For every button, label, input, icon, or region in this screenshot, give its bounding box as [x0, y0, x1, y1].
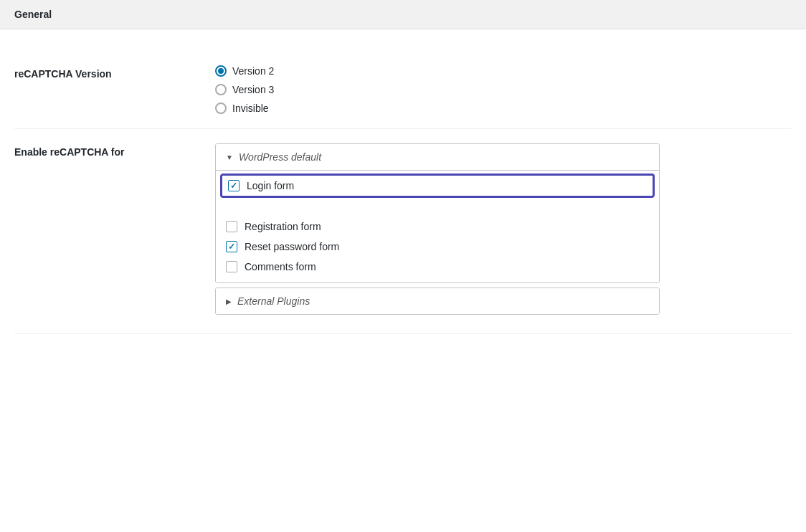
recaptcha-version-control: Version 2 Version 3 Invisible	[215, 65, 792, 114]
enable-recaptcha-label: Enable reCAPTCHA for	[14, 143, 215, 158]
external-plugins-header[interactable]: ▶ External Plugins	[216, 288, 659, 314]
radio-input-invisible	[215, 103, 227, 114]
radio-option-v2[interactable]: Version 2	[215, 65, 792, 77]
settings-table: reCAPTCHA Version Version 2 Version 3 In…	[0, 51, 806, 334]
reset-password-form-checkbox[interactable]	[226, 241, 237, 252]
external-plugins-title: External Plugins	[237, 295, 310, 307]
section-header: General	[0, 0, 806, 29]
radio-label-v3: Version 3	[232, 84, 274, 95]
wordpress-default-section: ▼ WordPress default Login form	[215, 143, 660, 283]
section-title: General	[14, 9, 52, 20]
registration-form-item: Registration form	[226, 221, 649, 232]
radio-option-invisible[interactable]: Invisible	[215, 103, 792, 114]
recaptcha-version-label: reCAPTCHA Version	[14, 65, 215, 80]
registration-form-checkbox[interactable]	[226, 221, 237, 232]
external-plugins-section: ▶ External Plugins	[215, 288, 660, 315]
comments-form-checkbox[interactable]	[226, 261, 237, 272]
radio-label-invisible: Invisible	[232, 103, 269, 114]
wordpress-default-body: Login form Registration form	[216, 171, 659, 282]
spacer1	[226, 206, 649, 212]
chevron-right-icon: ▶	[226, 298, 232, 305]
wordpress-default-title: WordPress default	[239, 151, 321, 163]
chevron-down-icon: ▼	[226, 153, 233, 161]
radio-option-v3[interactable]: Version 3	[215, 84, 792, 95]
login-form-label: Login form	[247, 180, 294, 191]
enable-recaptcha-row: Enable reCAPTCHA for ▼ WordPress default	[14, 129, 792, 334]
wordpress-default-header[interactable]: ▼ WordPress default	[216, 144, 659, 171]
comments-form-item: Comments form	[226, 261, 649, 272]
page-wrapper: General reCAPTCHA Version Version 2 Vers…	[0, 0, 806, 532]
recaptcha-version-row: reCAPTCHA Version Version 2 Version 3 In…	[14, 51, 792, 129]
radio-group: Version 2 Version 3 Invisible	[215, 65, 792, 114]
radio-input-v3	[215, 84, 227, 95]
radio-input-v2	[215, 65, 227, 77]
reset-password-form-item: Reset password form	[226, 241, 649, 252]
radio-label-v2: Version 2	[232, 65, 274, 77]
comments-form-label: Comments form	[245, 261, 316, 272]
login-form-checkbox[interactable]	[228, 180, 240, 191]
reset-password-form-label: Reset password form	[245, 241, 339, 252]
login-form-item: Login form	[220, 174, 655, 198]
registration-form-label: Registration form	[245, 221, 321, 232]
checkbox-list: Login form Registration form	[226, 178, 649, 272]
enable-recaptcha-control: ▼ WordPress default Login form	[215, 143, 792, 319]
